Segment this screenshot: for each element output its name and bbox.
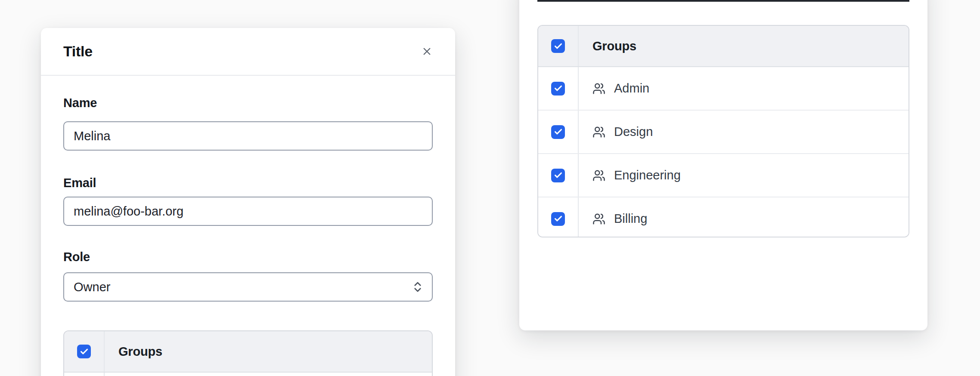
groups-table-left: Groups: [63, 330, 433, 376]
row-checkbox[interactable]: [551, 82, 565, 96]
group-row-label: Billing: [614, 212, 647, 226]
groups-table-header-row: Groups: [64, 331, 432, 373]
groups-table-header-row: Groups: [538, 26, 909, 67]
role-select-value: Owner: [74, 280, 110, 294]
role-label: Role: [63, 250, 90, 264]
group-row-engineering: Engineering: [538, 153, 909, 197]
groups-table-right: Groups: [537, 25, 909, 237]
users-icon: [592, 126, 605, 139]
name-label: Name: [63, 96, 97, 110]
cutoff-element-edge: [537, 0, 909, 2]
group-row-label: Admin: [614, 81, 649, 96]
row-checkbox[interactable]: [551, 169, 565, 182]
header-checkbox-cell: [538, 26, 579, 66]
chevrons-up-down-icon: [411, 280, 424, 293]
groups-header-label: Groups: [105, 331, 432, 372]
modal-header: Title: [41, 28, 455, 76]
group-row-design: Design: [538, 110, 909, 153]
name-input[interactable]: [63, 121, 433, 151]
modal-title: Title: [63, 43, 93, 60]
row-checkbox[interactable]: [551, 125, 565, 139]
close-icon: [421, 46, 433, 57]
close-button[interactable]: [417, 42, 436, 61]
header-checkbox-cell: [64, 331, 105, 372]
users-icon: [592, 169, 605, 182]
select-all-checkbox[interactable]: [551, 39, 565, 53]
groups-header-label: Groups: [579, 26, 909, 66]
role-select[interactable]: Owner: [63, 272, 433, 302]
table-row: [64, 373, 432, 376]
check-icon: [554, 127, 563, 136]
right-panel-dialog: Groups: [519, 0, 927, 330]
left-modal-dialog: Title Name Email Role Owner: [41, 28, 455, 376]
group-row-admin: Admin: [538, 67, 909, 110]
row-checkbox[interactable]: [551, 212, 565, 226]
screen: Title Name Email Role Owner: [0, 0, 980, 376]
check-icon: [554, 214, 563, 223]
check-icon: [80, 347, 89, 356]
email-input[interactable]: [63, 197, 433, 226]
check-icon: [554, 171, 563, 180]
group-row-label: Engineering: [614, 168, 681, 182]
group-row-billing: Billing: [538, 197, 909, 237]
check-icon: [554, 84, 563, 93]
group-row-label: Design: [614, 125, 653, 139]
users-icon: [592, 213, 605, 225]
check-icon: [554, 42, 563, 51]
select-all-checkbox[interactable]: [77, 345, 91, 358]
users-icon: [592, 82, 605, 95]
email-label: Email: [63, 176, 96, 190]
